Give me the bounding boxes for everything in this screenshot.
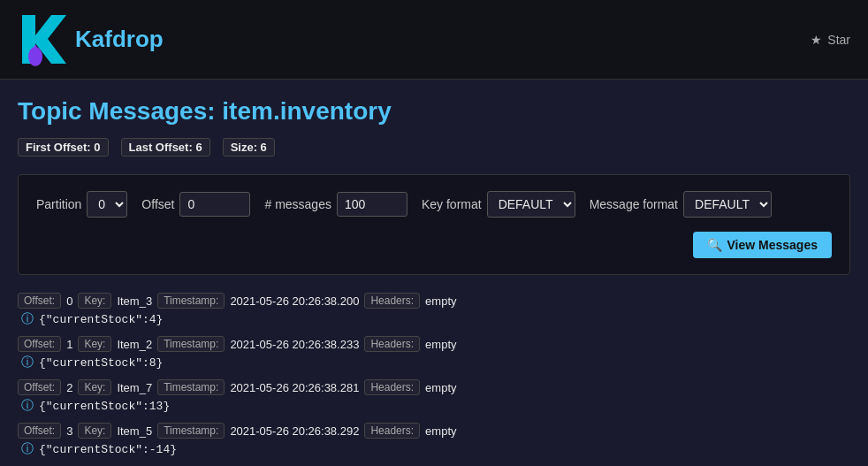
headers-value: empty: [425, 381, 456, 394]
timestamp-value: 2021-05-26 20:26:38.233: [230, 338, 359, 351]
offset-value: 3: [66, 424, 72, 438]
partition-label: Partition: [36, 197, 81, 211]
key-value: Item_7: [117, 381, 152, 394]
size-label: Size:: [231, 141, 257, 154]
key-format-group: Key format DEFAULT: [422, 191, 575, 218]
github-icon: ★: [811, 33, 822, 47]
last-offset-value: 6: [195, 141, 202, 154]
headers-tag: Headers:: [364, 379, 420, 395]
messages-input[interactable]: [337, 192, 407, 217]
first-offset-label: First Offset:: [26, 141, 91, 154]
message-block: Offset: 3 Key: Item_5 Timestamp: 2021-05…: [18, 423, 850, 457]
info-icon[interactable]: ⓘ: [21, 355, 34, 371]
message-json: {"currentStock":4}: [39, 313, 163, 326]
header: Kafdrop ★ Star: [0, 0, 868, 80]
offset-tag: Offset:: [18, 423, 61, 439]
size-badge: Size: 6: [223, 138, 275, 157]
timestamp-tag: Timestamp:: [157, 293, 225, 309]
message-header: Offset: 3 Key: Item_5 Timestamp: 2021-05…: [18, 423, 850, 439]
message-format-group: Message format DEFAULT: [590, 191, 772, 218]
first-offset-value: 0: [94, 141, 100, 154]
offset-input[interactable]: [179, 192, 250, 217]
controls-panel: Partition 0 Offset # messages Key format…: [18, 174, 850, 275]
key-value: Item_5: [117, 424, 152, 438]
info-icon[interactable]: ⓘ: [21, 398, 34, 414]
message-body: ⓘ {"currentStock":-14}: [18, 441, 850, 457]
headers-value: empty: [425, 338, 456, 351]
headers-tag: Headers:: [364, 293, 420, 309]
key-format-select[interactable]: DEFAULT: [487, 191, 575, 218]
offset-tag: Offset:: [18, 293, 61, 309]
main-content: Topic Messages: item.inventory First Off…: [0, 80, 868, 466]
timestamp-value: 2021-05-26 20:26:38.281: [230, 381, 359, 394]
headers-tag: Headers:: [364, 423, 420, 439]
logo-area: Kafdrop: [18, 11, 164, 68]
first-offset-badge: First Offset: 0: [18, 138, 109, 157]
partition-group: Partition 0: [36, 191, 127, 218]
page-title: Topic Messages: item.inventory: [18, 97, 850, 126]
key-value: Item_2: [117, 338, 152, 351]
key-tag: Key:: [78, 293, 111, 309]
size-value: 6: [261, 141, 267, 154]
last-offset-label: Last Offset:: [129, 141, 193, 154]
key-tag: Key:: [78, 423, 111, 439]
view-messages-label: View Messages: [727, 238, 818, 252]
offset-group: Offset: [141, 192, 250, 217]
last-offset-badge: Last Offset: 6: [121, 138, 210, 157]
offset-value: 2: [66, 381, 72, 394]
headers-value: empty: [425, 294, 456, 308]
logo-text: Kafdrop: [75, 26, 164, 53]
offset-tag: Offset:: [18, 336, 61, 352]
offset-value: 0: [66, 294, 72, 308]
kafdrop-logo: [18, 11, 66, 68]
message-block: Offset: 0 Key: Item_3 Timestamp: 2021-05…: [18, 293, 850, 327]
timestamp-tag: Timestamp:: [157, 423, 225, 439]
view-messages-button[interactable]: 🔍 View Messages: [693, 232, 832, 258]
headers-tag: Headers:: [364, 336, 420, 352]
key-tag: Key:: [78, 336, 111, 352]
message-block: Offset: 2 Key: Item_7 Timestamp: 2021-05…: [18, 379, 850, 414]
messages-label: # messages: [264, 197, 331, 211]
partition-select[interactable]: 0: [87, 191, 127, 218]
title-prefix: Topic Messages:: [18, 97, 222, 125]
messages-group: # messages: [264, 192, 407, 217]
offset-tag: Offset:: [18, 379, 61, 395]
offset-info: First Offset: 0 Last Offset: 6 Size: 6: [18, 138, 850, 157]
key-format-label: Key format: [422, 197, 482, 211]
search-icon: 🔍: [707, 238, 722, 252]
message-header: Offset: 1 Key: Item_2 Timestamp: 2021-05…: [18, 336, 850, 352]
key-value: Item_3: [117, 294, 152, 308]
message-header: Offset: 0 Key: Item_3 Timestamp: 2021-05…: [18, 293, 850, 309]
timestamp-tag: Timestamp:: [157, 336, 225, 352]
message-json: {"currentStock":8}: [39, 356, 163, 370]
message-format-select[interactable]: DEFAULT: [683, 191, 772, 218]
info-icon[interactable]: ⓘ: [21, 311, 34, 327]
offset-value: 1: [66, 338, 72, 351]
message-format-label: Message format: [590, 197, 678, 211]
timestamp-value: 2021-05-26 20:26:38.292: [230, 424, 359, 438]
offset-label: Offset: [141, 197, 174, 211]
messages-list: Offset: 0 Key: Item_3 Timestamp: 2021-05…: [18, 293, 850, 466]
star-button[interactable]: ★ Star: [811, 33, 850, 47]
message-body: ⓘ {"currentStock":13}: [18, 398, 850, 414]
message-json: {"currentStock":13}: [39, 400, 170, 413]
message-json: {"currentStock":-14}: [39, 443, 177, 456]
topic-name: item.inventory: [222, 97, 391, 125]
timestamp-value: 2021-05-26 20:26:38.200: [230, 294, 359, 308]
key-tag: Key:: [78, 379, 111, 395]
star-label: Star: [827, 33, 850, 47]
message-body: ⓘ {"currentStock":8}: [18, 355, 850, 371]
timestamp-tag: Timestamp:: [157, 379, 225, 395]
headers-value: empty: [425, 424, 456, 438]
info-icon[interactable]: ⓘ: [21, 441, 34, 457]
message-header: Offset: 2 Key: Item_7 Timestamp: 2021-05…: [18, 379, 850, 395]
message-body: ⓘ {"currentStock":4}: [18, 311, 850, 327]
message-block: Offset: 1 Key: Item_2 Timestamp: 2021-05…: [18, 336, 850, 371]
